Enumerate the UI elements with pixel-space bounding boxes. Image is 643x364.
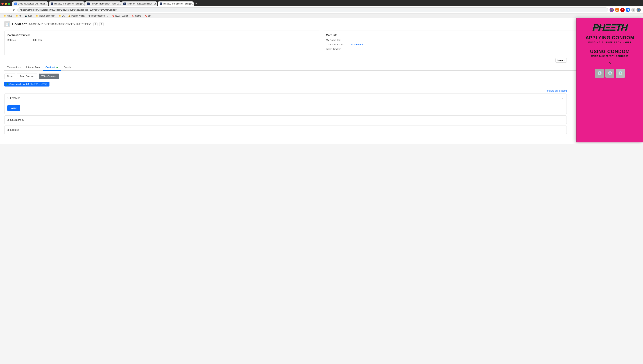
popup-logo-text: PHΞΞTH [592,23,627,32]
toolbar-icons: 🧩 🦊 W M ⚙ 👤 [609,8,641,12]
bookmark-near[interactable]: 🔖 NEAR Wallet [111,14,129,18]
tab-favicon-3: E [87,2,90,5]
browser-tab-3[interactable]: E Rinkeby Transaction Hash (1x... ✕ [85,2,121,6]
contract-verified-badge [57,67,58,68]
connected-address[interactable]: [0xe20A....e284] [30,83,47,86]
bookmark-bridge[interactable]: ➕ Bridgoooooors -... [87,14,110,18]
bookmark-la[interactable]: 📁 LA [57,14,66,18]
freemint-header[interactable]: 1. FreeMint ⌄ [5,94,566,102]
code-tab-button[interactable]: Code [4,74,15,79]
tab-favicon-4: E [123,2,126,5]
contract-address: 0x83CDAeF1De9EF3A9BF86DD2dbbEde72087D96F… [29,23,92,26]
write-button[interactable]: Write [7,105,20,111]
chevron-right-icon-activatemint: › [563,118,564,122]
copy-address-button[interactable]: ⧉ [93,22,98,26]
read-contract-tab-button[interactable]: Read Contract [17,74,37,79]
contract-header: 📄 Contract 0x83CDAeF1De9EF3A9BF86DD2dbbE… [4,21,639,27]
activatemint-header[interactable]: 2. activateMint › [5,116,566,124]
wallet-icon-1[interactable]: W [620,8,625,12]
bookmark-icon-near: 🔖 [112,15,115,17]
browser-tab-4[interactable]: E Rinkeby Transaction Hash (1x... ✕ [121,2,157,6]
folder-icon-la: 📁 [59,15,61,17]
approve-header[interactable]: 3. approve › [5,126,566,134]
freemint-title: 1. FreeMint [7,96,20,100]
close-traffic-light[interactable] [2,3,4,5]
sub-tabs: Code Read Contract Write Contract [4,74,639,79]
tab-transactions[interactable]: Transactions [4,64,24,71]
browser-chrome: B Boobie | Address 0x83cdaef... ✕ E Rink… [0,0,643,18]
qr-button[interactable]: ⊞ [99,22,104,26]
new-tab-button[interactable]: + [194,1,199,6]
popup-section-link[interactable]: USING BURNER WITH CONTRACT [591,55,628,57]
popup-icon-3: 💿 [616,69,625,78]
bookmark-icon-atlanta: 🔖 [132,15,134,17]
metamask-icon[interactable]: 🦊 [615,8,619,12]
contract-overview-card: Contract Overview Balance: 0.3 Ether [4,30,320,55]
balance-label: Balance: [7,39,33,41]
freemint-section: 1. FreeMint ⌄ Write [4,94,567,114]
bookmarks-bar: 📁 move 📁 nft 📷 rugs 📁 wizard collection … [0,14,643,18]
traffic-lights [2,3,10,5]
back-button[interactable]: ‹ [2,8,5,12]
main-tabs: Transactions Internal Txns Contract Even… [4,64,639,71]
bookmark-label-bridge: Bridgoooooors -... [91,14,109,17]
reset-link[interactable]: [Reset] [559,90,567,92]
fullscreen-traffic-light[interactable] [8,3,10,5]
camera-icon: 📷 [25,15,28,17]
tab-contract[interactable]: Contract [43,64,61,71]
folder-icon: 📁 [4,15,6,17]
connected-label: Connected - Web3 [9,83,29,86]
address-bar-input[interactable] [17,7,608,12]
popup-icons-row: 💿 💿 💿 [595,69,625,78]
address-bar-row: ‹ › ↻ 🧩 🦊 W M ⚙ 👤 [0,6,643,14]
more-dropdown-button[interactable]: More ▾ [555,58,567,62]
browser-tab-5[interactable]: E Rinkeby Transaction Hash (1x... ✕ [158,2,194,6]
bookmark-pocket[interactable]: 💰 Pocket Wallet [67,14,86,18]
expand-all-link[interactable]: [expand all] [546,90,558,92]
bookmark-label-move: move [7,14,12,17]
folder-icon-nft: 📁 [16,15,18,17]
profile-icon[interactable]: 👤 [636,8,641,12]
expand-controls: [expand all] [Reset] [4,90,639,92]
connected-badge: Connected - Web3 [0xe20A....e284] [4,82,50,86]
creator-value[interactable]: 0xabd826f8... [351,43,365,46]
bookmark-label-la: LA [62,14,65,17]
tab-favicon-1: B [15,2,17,5]
balance-row: Balance: 0.3 Ether [7,39,317,41]
plus-icon: ➕ [88,15,91,17]
tab-events[interactable]: Events [61,64,74,71]
popup-logo-area: PHΞΞTH [593,23,627,32]
popup-main-title: APPLYING CONDOM [585,35,634,40]
reload-button[interactable]: ↻ [11,8,16,12]
bookmark-eth[interactable]: 🔖 eth [143,14,153,18]
activatemint-section: 2. activateMint › [4,116,567,124]
connected-dot [7,84,8,85]
activatemint-title: 2. activateMint [7,118,24,121]
bookmark-nft[interactable]: 📁 nft [14,14,23,18]
bookmark-wizard[interactable]: 📁 wizard collection [35,14,57,18]
tab-label-4: Rinkeby Transaction Hash (1x... [127,2,157,5]
wallet-icon-2[interactable]: M [626,8,630,12]
bookmark-label-nft: nft [19,14,21,17]
more-button-area: More ▾ [4,58,639,62]
tab-label-3: Rinkeby Transaction Hash (1x... [91,2,121,5]
tab-internal-txns[interactable]: Internal Txns [24,64,43,71]
tab-label-5: Rinkeby Transaction Hash (1x... [163,2,194,5]
popup-icon-2: 💿 [605,69,614,78]
page-content: 📄 Contract 0x83CDAeF1De9EF3A9BF86DD2dbbE… [0,18,643,144]
bookmark-rugs[interactable]: 📷 rugs [24,14,34,18]
approve-section: 3. approve › [4,126,567,134]
cursor-indicator: ↖ [608,61,611,65]
settings-icon[interactable]: ⚙ [631,8,635,12]
forward-button[interactable]: › [7,8,10,12]
browser-tab-1[interactable]: B Boobie | Address 0x83cdaef... ✕ [12,2,48,6]
write-contract-tab-button[interactable]: Write Contract [39,74,59,79]
bookmark-atlanta[interactable]: 🔖 atlanta [130,14,143,18]
browser-tab-2[interactable]: E Rinkeby Transaction Hash (1x... ✕ [49,2,85,6]
extensions-icon[interactable]: 🧩 [609,8,614,12]
bookmark-label-atlanta: atlanta [135,14,141,17]
tab-label-2: Rinkeby Transaction Hash (1x... [54,2,85,5]
bookmark-move[interactable]: 📁 move [2,14,14,18]
minimize-traffic-light[interactable] [5,3,7,5]
tab-favicon-2: E [51,2,53,5]
